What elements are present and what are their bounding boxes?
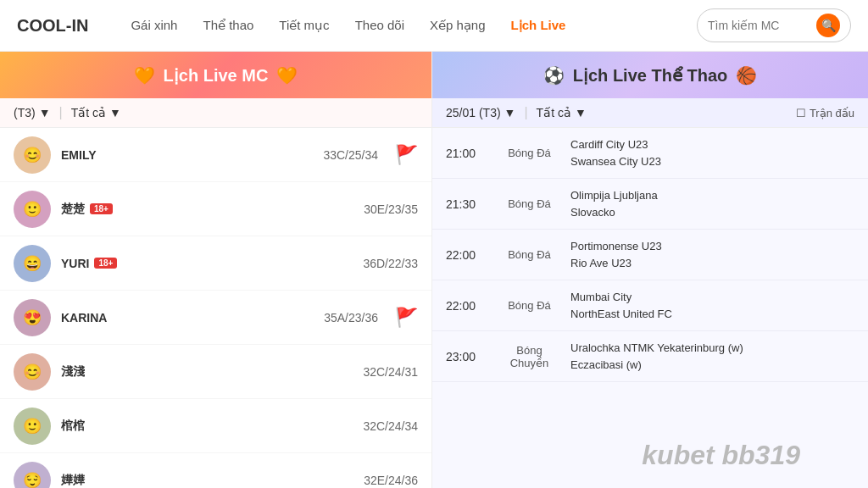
- list-item[interactable]: 😄 YURI 18+ 36D/22/33: [0, 236, 431, 291]
- sport-teams: Cardiff City U23 Swansea City U23: [570, 136, 661, 169]
- sport-teams: Uralochka NTMK Yekaterinburg (w) Eczacib…: [570, 340, 743, 373]
- right-header-title: Lịch Live Thể Thao: [573, 65, 727, 86]
- avatar: 😄: [14, 245, 51, 282]
- left-subheader: (T3) ▼ | Tất cả ▼: [0, 98, 431, 128]
- sport-type: Bóng Chuyền: [502, 344, 557, 369]
- sport-type: Bóng Đá: [502, 147, 557, 159]
- avatar: 😌: [14, 462, 51, 489]
- avatar: 🙂: [14, 191, 51, 228]
- list-item[interactable]: 21:00 Bóng Đá Cardiff City U23 Swansea C…: [432, 128, 868, 179]
- sport-teams: Olimpija Ljubljana Slovacko: [570, 187, 658, 220]
- mc-name: KARINA: [61, 311, 146, 324]
- tran-dau-label: ☐ Trận đấu: [796, 107, 854, 119]
- right-panel-header: ⚽ Lịch Live Thể Thao 🏀: [432, 52, 868, 98]
- search-bar: 🔍: [697, 8, 851, 42]
- sport-time: 22:00: [446, 248, 488, 262]
- age-badge: 18+: [94, 258, 117, 269]
- list-item[interactable]: 22:00 Bóng Đá Mumbai City NorthEast Unit…: [432, 280, 868, 331]
- search-input[interactable]: [708, 19, 810, 32]
- list-item[interactable]: 🙂 楚楚 18+ 30E/23/35: [0, 182, 431, 236]
- left-panel-header: 🧡 Lịch Live MC 🧡: [0, 52, 431, 98]
- sport-time: 23:00: [446, 350, 488, 363]
- avatar: 😊: [14, 136, 51, 174]
- logo[interactable]: COOL-IN: [17, 16, 88, 36]
- sport-type: Bóng Đá: [502, 248, 557, 261]
- sport-teams: Mumbai City NorthEast United FC: [570, 289, 672, 322]
- chevron-down-icon: ▼: [109, 106, 121, 119]
- nav-theo-doi[interactable]: Theo dõi: [355, 18, 404, 33]
- age-badge: 18+: [90, 203, 113, 214]
- sport-type: Bóng Đá: [502, 197, 557, 210]
- chevron-down-icon: ▼: [575, 106, 587, 119]
- search-icon: 🔍: [821, 19, 836, 32]
- mc-code: 35A/23/36: [324, 311, 378, 324]
- sports-list: 21:00 Bóng Đá Cardiff City U23 Swansea C…: [432, 128, 868, 488]
- chevron-down-icon: ▼: [504, 106, 516, 119]
- right-panel: ⚽ Lịch Live Thể Thao 🏀 25/01 (T3) ▼ | Tấ…: [432, 52, 868, 488]
- avatar: 😊: [14, 353, 51, 391]
- star-flag: 🚩: [395, 307, 418, 329]
- right-header-emoji-right: 🏀: [736, 65, 757, 86]
- checkbox-icon[interactable]: ☐: [796, 107, 806, 119]
- sport-time: 22:00: [446, 299, 488, 313]
- list-item[interactable]: 😍 KARINA 35A/23/36 🚩: [0, 291, 431, 345]
- nav-lich-live[interactable]: Lịch Live: [511, 18, 566, 33]
- list-item[interactable]: 😌 嬅嬅 32E/24/36: [0, 453, 431, 488]
- nav-xep-hang[interactable]: Xếp hạng: [430, 18, 486, 33]
- date-filter-button[interactable]: 25/01 (T3) ▼: [446, 106, 515, 119]
- mc-code: 36D/22/33: [363, 257, 418, 270]
- chevron-down-icon: ▼: [39, 106, 51, 119]
- left-header-emoji-left: 🧡: [134, 65, 155, 86]
- mc-code: 33C/25/34: [323, 148, 378, 162]
- mc-code: 32C/24/31: [363, 365, 418, 379]
- mc-code: 32E/24/36: [364, 474, 418, 487]
- list-item[interactable]: 21:30 Bóng Đá Olimpija Ljubljana Slovack…: [432, 179, 868, 230]
- list-item[interactable]: 22:00 Bóng Đá Portimonense U23 Rio Ave U…: [432, 230, 868, 280]
- sport-teams: Portimonense U23 Rio Ave U23: [570, 238, 662, 271]
- right-header-emoji-left: ⚽: [543, 65, 565, 86]
- list-item[interactable]: 23:00 Bóng Chuyền Uralochka NTMK Yekater…: [432, 331, 868, 382]
- mc-name: 楚楚 18+: [61, 202, 146, 217]
- avatar: 🙂: [14, 408, 51, 445]
- search-button[interactable]: 🔍: [816, 14, 840, 37]
- mc-name: YURI 18+: [61, 257, 146, 270]
- mc-code: 32C/24/34: [363, 419, 418, 433]
- sport-type: Bóng Đá: [502, 299, 557, 312]
- main-nav: Gái xinh Thể thao Tiết mục Theo dõi Xếp …: [131, 18, 671, 33]
- list-item[interactable]: 😊 EMILY 33C/25/34 🚩: [0, 128, 431, 182]
- mc-code: 30E/23/35: [364, 202, 418, 216]
- mc-name: 棺棺: [61, 419, 146, 434]
- main-content: 🧡 Lịch Live MC 🧡 (T3) ▼ | Tất cả ▼ 😊 EMI…: [0, 52, 868, 488]
- header: COOL-IN Gái xinh Thể thao Tiết mục Theo …: [0, 0, 868, 52]
- nav-the-thao[interactable]: Thể thao: [203, 18, 253, 33]
- date-filter-button[interactable]: (T3) ▼: [14, 106, 51, 119]
- avatar: 😍: [14, 299, 51, 336]
- mc-name: 嬅嬅: [61, 473, 146, 488]
- left-header-emoji-right: 🧡: [276, 65, 298, 86]
- all-filter-button[interactable]: Tất cả ▼: [537, 106, 587, 119]
- list-item[interactable]: 🙂 棺棺 32C/24/34: [0, 399, 431, 453]
- all-filter-button[interactable]: Tất cả ▼: [71, 106, 121, 119]
- left-header-title: Lịch Live MC: [164, 65, 269, 86]
- mc-name: 淺淺: [61, 364, 146, 380]
- sport-time: 21:30: [446, 197, 488, 211]
- nav-tiet-muc[interactable]: Tiết mục: [279, 18, 329, 33]
- mc-list: 😊 EMILY 33C/25/34 🚩 🙂 楚楚 18+ 30E/2: [0, 128, 431, 488]
- right-subheader: 25/01 (T3) ▼ | Tất cả ▼ ☐ Trận đấu: [432, 98, 868, 128]
- star-flag: 🚩: [395, 144, 418, 166]
- mc-name: EMILY: [61, 148, 146, 162]
- left-panel: 🧡 Lịch Live MC 🧡 (T3) ▼ | Tất cả ▼ 😊 EMI…: [0, 52, 432, 488]
- list-item[interactable]: 😊 淺淺 32C/24/31: [0, 345, 431, 399]
- nav-gai-xinh[interactable]: Gái xinh: [131, 18, 177, 33]
- sport-time: 21:00: [446, 147, 488, 160]
